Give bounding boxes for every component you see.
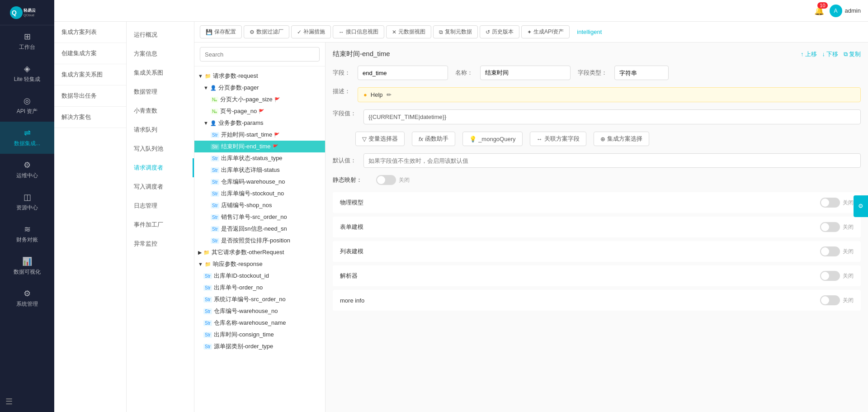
app-logo[interactable]: Q 轻易云 QCloud <box>0 0 54 25</box>
op-item-anomaly-monitor[interactable]: 异常监控 <box>127 234 194 253</box>
copy-meta-button[interactable]: ⧉ 复制元数据 <box>433 25 478 38</box>
intelligent-tab[interactable]: intelligent <box>571 26 607 38</box>
menu-icon[interactable]: ☰ <box>5 397 13 406</box>
sidebar-item-lite[interactable]: ◈ Lite 轻集成 <box>0 57 54 90</box>
secondary-item-create[interactable]: 创建集成方案 <box>54 43 126 64</box>
history-button[interactable]: ↺ 历史版本 <box>480 25 519 38</box>
tree-node-src-order-no2[interactable]: Str 系统订单编号-src_order_no <box>194 294 325 305</box>
sidebar-item-api[interactable]: ◎ API 资产 <box>0 90 54 122</box>
more-info-toggle[interactable]: 关闭 <box>820 295 854 305</box>
toggle-text: 关闭 <box>843 297 854 304</box>
type-badge: Str <box>211 191 219 197</box>
field-value-input[interactable]: {{CURRENT_TIME|datetime}} <box>363 109 861 124</box>
tree-node-position[interactable]: Str 是否按照货位排序-position <box>194 235 325 246</box>
physical-model-toggle[interactable]: 关闭 <box>820 198 854 208</box>
data-filter-button[interactable]: ⚙ 数据过滤厂 <box>244 25 289 38</box>
tree-node-response[interactable]: ▼ 📁 响应参数-response <box>194 258 325 270</box>
func-icon: fx <box>419 136 423 142</box>
op-item-request-debugger[interactable]: 请求调度者 <box>127 158 194 177</box>
secondary-item-solution-list[interactable]: 集成方案列表 <box>54 22 126 43</box>
up-action[interactable]: ↑ 上移 <box>801 50 817 58</box>
folder-icon: 📁 <box>205 261 211 267</box>
default-input[interactable] <box>363 153 861 168</box>
parser-row: 解析器 关闭 <box>333 265 861 286</box>
op-item-event-factory[interactable]: 事件加工厂 <box>127 215 194 234</box>
tree-node-order-no[interactable]: Str 出库单号-order_no <box>194 282 325 294</box>
search-input[interactable] <box>200 47 320 62</box>
static-map-toggle[interactable]: 关闭 <box>376 175 410 185</box>
tree-node-warehouse-no[interactable]: Str 仓库编码-warehouse_no <box>194 176 325 188</box>
var-selector-button[interactable]: ▽ 变量选择器 <box>355 132 405 146</box>
op-item-request-queue[interactable]: 请求队列 <box>127 120 194 139</box>
sidebar-item-visual[interactable]: 📊 数据可视化 <box>0 250 54 282</box>
op-item-write-queue[interactable]: 写入队列池 <box>127 139 194 158</box>
supplement-button[interactable]: ✓ 补漏措施 <box>291 25 331 38</box>
parser-toggle[interactable]: 关闭 <box>820 271 854 281</box>
tree-node-params[interactable]: ▼ 👤 业务参数-params <box>194 117 325 129</box>
gen-api-button[interactable]: ✦ 生成API资产 <box>521 25 570 38</box>
interface-view-button[interactable]: ↔ 接口信息视图 <box>333 25 384 38</box>
op-item-solution-info[interactable]: 方案信息 <box>127 44 194 63</box>
toggle-switch[interactable] <box>820 295 840 305</box>
tree-node-warehouse-name[interactable]: Str 仓库名称-warehouse_name <box>194 317 325 329</box>
tree-node-need-sn[interactable]: Str 是否返回sn信息-need_sn <box>194 223 325 235</box>
secondary-item-map[interactable]: 集成方案关系图 <box>54 64 126 85</box>
meta-view-button[interactable]: ✕ 元数据视图 <box>386 25 431 38</box>
toggle-switch[interactable] <box>820 198 840 208</box>
toggle-switch[interactable] <box>820 222 840 232</box>
op-item-log-mgmt[interactable]: 日志管理 <box>127 196 194 215</box>
toggle-switch[interactable] <box>820 246 840 256</box>
mongo-query-button[interactable]: 💡 _mongoQuery <box>462 132 522 146</box>
op-item-overview[interactable]: 运行概况 <box>127 25 194 44</box>
tree-node-shop-nos[interactable]: Str 店铺编号-shop_nos <box>194 199 325 211</box>
save-config-button[interactable]: 💾 保存配置 <box>200 25 242 38</box>
tree-node-consign-time[interactable]: Str 出库时间-consign_time <box>194 329 325 341</box>
tree-node-end-time[interactable]: Str 结束时间-end_time 🚩 <box>194 141 325 152</box>
down-action[interactable]: ↓ 下移 <box>822 50 839 58</box>
form-model-toggle[interactable]: 关闭 <box>820 222 854 232</box>
tree-node-request[interactable]: ▼ 📁 请求参数-request <box>194 70 325 82</box>
copy-action[interactable]: ⧉ 复制 <box>844 50 861 58</box>
func-helper-button[interactable]: fx 函数助手 <box>412 132 455 146</box>
node-label: 系统订单编号-src_order_no <box>214 295 286 303</box>
toggle-switch[interactable] <box>376 175 396 185</box>
tree-node-status[interactable]: Str 出库单状态详细-status <box>194 164 325 176</box>
sidebar-item-data[interactable]: ⇌ 数据集成... <box>0 122 54 154</box>
tree-node-other-request[interactable]: ▶ 📁 其它请求参数-otherRequest <box>194 246 325 258</box>
notification-badge[interactable]: 🔔 10 <box>814 6 824 16</box>
tree-node-src-order-no[interactable]: Str 销售订单号-src_order_no <box>194 211 325 223</box>
list-model-toggle[interactable]: 关闭 <box>820 246 854 256</box>
user-avatar[interactable]: A admin <box>830 5 861 17</box>
sidebar-item-system[interactable]: ⚙ 系统管理 <box>0 282 54 314</box>
secondary-item-export[interactable]: 数据导出任务 <box>54 85 126 107</box>
related-field-button[interactable]: ↔ 关联方案字段 <box>530 132 586 146</box>
tree-node-warehouse-no2[interactable]: Str 仓库编号-warehouse_no <box>194 305 325 317</box>
tree-node-stockout-id[interactable]: Str 出库单ID-stockout_id <box>194 270 325 282</box>
sidebar-item-ops[interactable]: ⚙ 运维中心 <box>0 154 54 186</box>
op-item-data-mgmt[interactable]: 数据管理 <box>127 82 194 101</box>
name-input[interactable] <box>480 66 571 80</box>
type-select[interactable]: 字符串 整数 日期 <box>614 66 669 80</box>
tree-node-pager[interactable]: ▼ 👤 分页参数-pager <box>194 82 325 94</box>
sidebar-item-workbench[interactable]: ⊞ 工作台 <box>0 25 54 57</box>
expand-icon: ▼ <box>198 261 203 267</box>
field-row: 字段： 名称： 字段类型： 字符串 整数 日期 <box>333 66 861 80</box>
static-map-row: 静态映射： 关闭 <box>333 175 861 185</box>
tree-node-stockout-no[interactable]: Str 出库单编号-stockout_no <box>194 188 325 199</box>
secondary-item-pkg[interactable]: 解决方案包 <box>54 107 126 128</box>
sidebar-item-resource[interactable]: ◫ 资源中心 <box>0 186 54 218</box>
op-item-write-debugger[interactable]: 写入调度者 <box>127 177 194 196</box>
edit-icon[interactable]: ✏ <box>387 91 392 98</box>
toggle-switch[interactable] <box>820 271 840 281</box>
tree-node-start-time[interactable]: Str 开始时间-start_time 🚩 <box>194 129 325 141</box>
tree-node-page-size[interactable]: Nₒ 分页大小-page_size 🚩 <box>194 94 325 105</box>
settings-side-button[interactable]: ⚙ <box>854 195 868 217</box>
integration-select-button[interactable]: ⊕ 集成方案选择 <box>594 132 649 146</box>
op-item-integration-map[interactable]: 集成关系图 <box>127 63 194 82</box>
tree-node-order-type[interactable]: Str 源单据类别-order_type <box>194 341 325 352</box>
field-input[interactable] <box>358 66 448 80</box>
tree-node-page-no[interactable]: Nₒ 页号-page_no 🚩 <box>194 105 325 117</box>
tree-node-status-type[interactable]: Str 出库单状态-status_type <box>194 152 325 164</box>
sidebar-item-finance[interactable]: ≋ 财务对账 <box>0 218 54 250</box>
op-item-query-count[interactable]: 小青查数 <box>127 101 194 120</box>
